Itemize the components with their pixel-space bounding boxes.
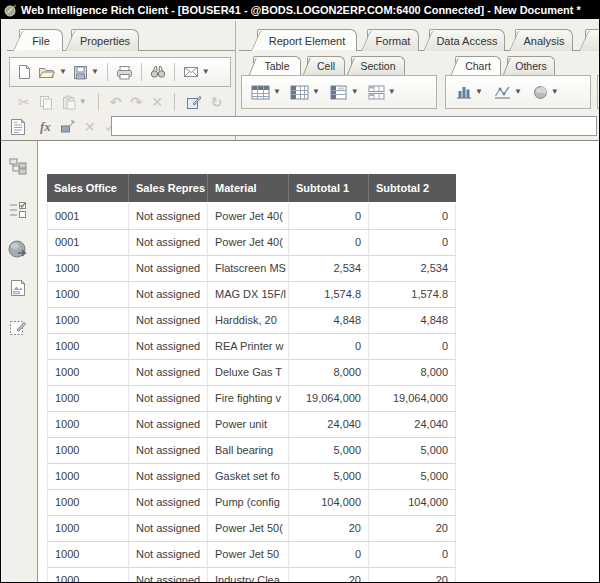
table-cell[interactable]: 4,848 [289,308,369,334]
table-cell[interactable]: 5,000 [369,464,456,490]
available-objects-button[interactable] [6,276,30,300]
table-cell[interactable]: 104,000 [369,490,456,516]
find-button[interactable] [149,64,167,80]
horizontal-table-button[interactable]: ▼ [250,84,282,101]
paste-button[interactable]: ▼ [61,94,88,111]
table-cell[interactable]: 0001 [47,204,129,230]
table-cell[interactable]: 1000 [47,438,129,464]
table-row[interactable]: 1000Not assignedFlatscreen MS2,5342,534 [47,256,456,282]
table-cell[interactable]: 0 [369,204,456,230]
subtab-others[interactable]: Others [507,56,555,75]
table-cell[interactable]: 0 [289,542,369,568]
document-structure-filters-button[interactable] [6,316,30,340]
table-cell[interactable]: 0 [369,334,456,360]
save-button[interactable]: ▼ [72,64,100,81]
table-cell[interactable]: Power unit [208,412,289,438]
tab-data-access[interactable]: Data Access [429,29,505,51]
document-summary-button[interactable] [6,115,30,139]
table-cell[interactable]: 20 [289,516,369,542]
table-cell[interactable]: 5,000 [369,438,456,464]
column-header-subtotal-2[interactable]: Subtotal 2 [369,174,456,202]
table-row[interactable]: 1000Not assignedPower unit24,04024,040 [47,412,456,438]
new-document-button[interactable] [16,63,33,81]
table-cell[interactable]: Power Jet 40( [208,230,289,256]
table-cell[interactable]: 1,574.8 [289,282,369,308]
open-dropdown-arrow[interactable]: ▼ [59,68,67,76]
table-row[interactable]: 1000Not assignedBall bearing5,0005,000 [47,438,456,464]
column-header-material[interactable]: Material [208,174,289,202]
mail-button[interactable]: ▼ [182,65,211,79]
table-row[interactable]: 0001Not assignedPower Jet 40(00 [47,204,456,230]
subtab-section[interactable]: Section [351,56,405,75]
table-row[interactable]: 1000Not assignedGasket set fo5,0005,000 [47,464,456,490]
table-cell[interactable]: Not assigned [129,386,208,412]
table-cell[interactable]: 0 [289,204,369,230]
table-cell[interactable]: 20 [289,568,369,583]
table-cell[interactable]: 1000 [47,360,129,386]
tab-format[interactable]: Format [367,29,419,51]
copy-button[interactable] [38,94,54,111]
table-row[interactable]: 0001Not assignedPower Jet 40(00 [47,230,456,256]
table-cell[interactable]: 1000 [47,386,129,412]
bar-chart-dropdown-arrow[interactable]: ▼ [475,88,483,96]
column-header-sales-representative[interactable]: Sales Repres [129,174,208,202]
table-cell[interactable]: Not assigned [129,568,208,583]
create-variable-button[interactable] [59,119,76,135]
tab-properties[interactable]: Properties [71,29,139,51]
undo-button[interactable]: ↶ [109,93,123,111]
cancel-formula-button[interactable]: ✕ [83,118,97,136]
table-cell[interactable]: 19,064,000 [289,386,369,412]
bar-chart-button[interactable]: ▼ [455,84,484,100]
paste-dropdown-arrow[interactable]: ▼ [79,98,87,106]
cross-table-dropdown-arrow[interactable]: ▼ [388,88,396,96]
line-chart-button[interactable]: ▼ [493,84,523,100]
table-cell[interactable]: Not assigned [129,256,208,282]
table-cell[interactable]: 2,534 [369,256,456,282]
table-cell[interactable]: Not assigned [129,542,208,568]
table-cell[interactable]: Not assigned [129,360,208,386]
table-cell[interactable]: Flatscreen MS [208,256,289,282]
subtab-table[interactable]: Table [253,56,301,75]
table-cell[interactable]: 20 [369,516,456,542]
table-cell[interactable]: Not assigned [129,438,208,464]
column-header-subtotal-1[interactable]: Subtotal 1 [289,174,369,202]
table-cell[interactable]: 1000 [47,334,129,360]
table-cell[interactable]: 1000 [47,490,129,516]
tab-report-element[interactable]: Report Element [257,29,357,51]
tab-partial[interactable] [585,29,600,51]
tab-file[interactable]: File [19,29,63,51]
cross-table-button[interactable]: ▼ [367,84,397,101]
table-cell[interactable]: Fire fighting v [208,386,289,412]
table-cell[interactable]: 0 [289,334,369,360]
table-cell[interactable]: Power Jet 50 [208,542,289,568]
vertical-table-dropdown-arrow[interactable]: ▼ [312,88,320,96]
formula-input[interactable] [111,116,597,136]
cut-button[interactable]: ✂ [17,93,31,111]
table-cell[interactable]: 24,040 [369,412,456,438]
table-row[interactable]: 1000Not assignedIndustry Clea2020 [47,568,456,583]
table-cell[interactable]: 8,000 [369,360,456,386]
subtab-chart[interactable]: Chart [455,56,501,75]
horizontal-table-dropdown-arrow[interactable]: ▼ [273,88,281,96]
input-controls-button[interactable] [6,198,30,222]
table-row[interactable]: 1000Not assignedFire fighting v19,064,00… [47,386,456,412]
table-cell[interactable]: Deluxe Gas T [208,360,289,386]
print-button[interactable] [115,64,134,81]
table-cell[interactable]: 20 [369,568,456,583]
save-dropdown-arrow[interactable]: ▼ [91,68,99,76]
table-row[interactable]: 1000Not assignedDeluxe Gas T8,0008,000 [47,360,456,386]
table-cell[interactable]: Not assigned [129,204,208,230]
table-cell[interactable]: 1000 [47,282,129,308]
table-cell[interactable]: 1000 [47,464,129,490]
table-cell[interactable]: 4,848 [369,308,456,334]
table-cell[interactable]: 0 [369,542,456,568]
table-cell[interactable]: 5,000 [289,438,369,464]
table-cell[interactable]: 2,534 [289,256,369,282]
table-cell[interactable]: REA Printer w [208,334,289,360]
formula-button[interactable]: fx [39,118,52,136]
table-cell[interactable]: 1000 [47,308,129,334]
table-row[interactable]: 1000Not assignedPump (config104,000104,0… [47,490,456,516]
table-cell[interactable]: Not assigned [129,334,208,360]
table-cell[interactable]: 5,000 [289,464,369,490]
table-row[interactable]: 1000Not assignedPower Jet 50(2020 [47,516,456,542]
